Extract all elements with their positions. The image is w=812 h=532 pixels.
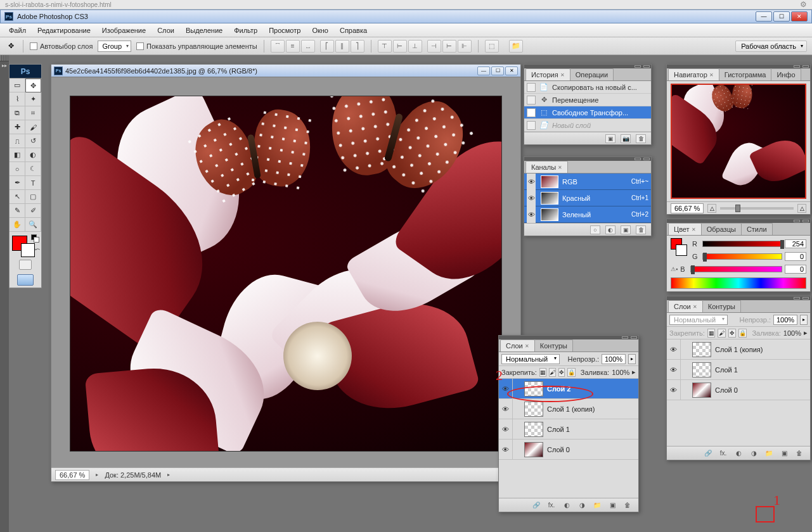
zoom-tool[interactable]: 🔍	[25, 218, 41, 232]
dist-bottom-button[interactable]: ⊥	[408, 40, 422, 53]
fill-stepper[interactable]: ▸	[804, 329, 808, 337]
lock-all-button[interactable]: 🔒	[738, 329, 747, 338]
workspace-button[interactable]: Рабочая область	[735, 41, 807, 52]
eye-icon[interactable]: 👁	[667, 360, 681, 379]
history-item[interactable]: ✥Перемещение	[524, 94, 651, 106]
layer-row[interactable]: 👁Слой 1	[499, 419, 638, 440]
eye-icon[interactable]: 👁	[667, 339, 681, 359]
new-channel-button[interactable]: ▣	[621, 225, 631, 234]
gradient-tool[interactable]: ◐	[25, 148, 41, 162]
panel-collapse-button[interactable]	[794, 297, 800, 300]
channel-row[interactable]: 👁RGBCtrl+~	[524, 174, 651, 190]
load-selection-button[interactable]: ○	[590, 225, 600, 234]
spectrum-ramp[interactable]	[671, 277, 806, 289]
lock-move-button[interactable]: ✥	[558, 368, 565, 377]
new-group-button[interactable]: 📁	[591, 500, 603, 510]
docinfo-menu-icon[interactable]: ▸	[167, 472, 170, 478]
panel-close-button[interactable]	[802, 65, 809, 68]
crop-tool[interactable]: ⧉	[10, 106, 25, 120]
new-layer-button[interactable]: ▣	[778, 448, 790, 459]
dist-vcenter-button[interactable]: ⊢	[393, 40, 407, 53]
background-swatch[interactable]	[21, 243, 35, 257]
panel-collapse-button[interactable]	[635, 65, 641, 68]
r-value[interactable]: 254	[785, 239, 806, 248]
opacity-field[interactable]: 100%	[773, 315, 797, 325]
history-brush-tool[interactable]: ↺	[25, 134, 41, 148]
dodge-tool[interactable]: ☾	[25, 162, 41, 176]
tab-info[interactable]: Инфо	[771, 68, 801, 80]
new-group-button[interactable]: 📁	[763, 448, 775, 459]
screenmode-button[interactable]	[17, 274, 34, 286]
blend-mode-select[interactable]: Нормальный	[669, 315, 728, 325]
dist-left-button[interactable]: ⊣	[427, 40, 441, 53]
navigator-zoom-field[interactable]: 66,67 %	[671, 203, 704, 213]
move-tool[interactable]: ✥	[25, 79, 41, 92]
menu-image[interactable]: Изображение	[97, 25, 151, 36]
tab-color[interactable]: Цвет✕	[668, 223, 702, 235]
wand-tool[interactable]: ✦	[25, 92, 41, 106]
tab-layers[interactable]: Слои✕	[500, 339, 535, 352]
zoom-out-button[interactable]: △	[707, 204, 716, 213]
layer-fx-button[interactable]: fx.	[718, 448, 729, 459]
tab-actions[interactable]: Операции	[570, 68, 614, 80]
show-controls-checkbox[interactable]: Показать управляющие элементы	[136, 42, 257, 50]
eye-icon[interactable]: 👁	[527, 206, 536, 223]
lock-paint-button[interactable]: 🖌	[549, 368, 556, 377]
gamut-warning-icon[interactable]: ⚠▪	[671, 266, 678, 272]
slice-tool[interactable]: ⌗	[25, 106, 41, 120]
quickmask-button[interactable]	[19, 260, 32, 270]
doc-minimize-button[interactable]: —	[477, 66, 490, 75]
auto-align-button[interactable]: ⬚	[485, 40, 499, 53]
tab-history[interactable]: История✕	[525, 68, 570, 80]
heal-tool[interactable]: ✚	[10, 120, 25, 134]
color-swatches[interactable]: ⤺	[10, 232, 41, 257]
panel-collapse-button[interactable]	[635, 158, 641, 160]
path-tool[interactable]: ↖	[10, 190, 25, 204]
eye-icon[interactable]: 👁	[527, 190, 536, 206]
tab-styles[interactable]: Стили	[741, 223, 773, 235]
default-colors-icon[interactable]	[31, 234, 39, 242]
lock-transparency-button[interactable]: ▦	[539, 368, 546, 377]
menu-filter[interactable]: Фильтр	[229, 25, 262, 36]
panel-close-button[interactable]	[643, 65, 650, 68]
go-bridge-button[interactable]: 📁	[509, 40, 523, 53]
g-slider[interactable]	[702, 253, 782, 260]
panel-close-button[interactable]	[631, 336, 637, 339]
zoom-field[interactable]: 66,67 %	[55, 470, 89, 480]
g-value[interactable]: 0	[785, 252, 806, 261]
lock-transparency-button[interactable]: ▦	[707, 329, 716, 338]
autoselect-checkbox[interactable]: Автовыбор слоя	[30, 42, 93, 50]
eye-icon[interactable]: 👁	[499, 419, 513, 439]
eye-icon[interactable]: 👁	[499, 440, 513, 459]
layer-row[interactable]: 👁Слой 1	[667, 360, 810, 380]
doc-close-button[interactable]: ✕	[505, 66, 518, 75]
dist-hcenter-button[interactable]: ⊢	[442, 40, 456, 53]
hand-tool[interactable]: ✋	[10, 218, 25, 232]
align-bottom-button[interactable]: ⎵	[301, 40, 315, 53]
add-mask-button[interactable]: ◐	[733, 448, 744, 459]
b-slider[interactable]	[690, 266, 782, 272]
menu-file[interactable]: Файл	[4, 25, 31, 36]
layer-row[interactable]: 👁Слой 1 (копия)	[667, 339, 810, 360]
history-item-selected[interactable]: ▸⬚Свободное Трансфор...	[524, 106, 651, 119]
channel-row[interactable]: 👁КрасныйCtrl+1	[524, 190, 651, 206]
dock-strip-left[interactable]: ▸▸	[0, 55, 9, 532]
autoselect-scope-select[interactable]: Group	[98, 41, 131, 52]
tab-layers[interactable]: Слои✕	[668, 300, 703, 312]
tab-paths[interactable]: Контуры	[702, 300, 741, 312]
menu-edit[interactable]: Редактирование	[32, 25, 96, 36]
color-swatch-pair[interactable]	[671, 238, 688, 258]
delete-layer-button[interactable]: 🗑	[622, 500, 633, 510]
navigator-thumbnail[interactable]	[671, 84, 806, 199]
fill-stepper[interactable]: ▸	[632, 368, 636, 376]
align-hcenter-button[interactable]: ‖	[335, 40, 349, 53]
tab-histogram[interactable]: Гистограмма	[719, 68, 772, 80]
type-tool[interactable]: T	[25, 176, 41, 190]
link-layers-button[interactable]: 🔗	[531, 500, 542, 510]
layer-fx-button[interactable]: fx.	[546, 500, 557, 510]
history-item-future[interactable]: 📄Новый слой	[524, 119, 651, 132]
new-snapshot-button[interactable]: ▣	[605, 134, 615, 143]
tab-channels[interactable]: Каналы✕	[525, 161, 568, 173]
fill-field[interactable]: 100%	[612, 369, 629, 376]
zoom-slider[interactable]	[720, 207, 794, 210]
